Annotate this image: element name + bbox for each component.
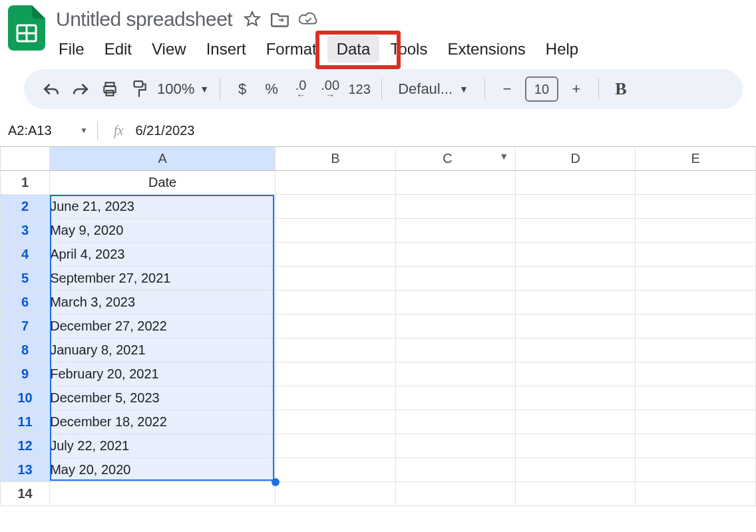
- cell[interactable]: January 8, 2021: [50, 338, 276, 362]
- decrease-font-size-button[interactable]: −: [496, 77, 518, 101]
- cell[interactable]: [516, 291, 636, 315]
- cell[interactable]: [395, 267, 515, 291]
- select-all-corner[interactable]: [1, 147, 50, 171]
- row-header[interactable]: 4: [1, 243, 50, 267]
- doc-title[interactable]: Untitled spreadsheet: [55, 7, 234, 32]
- cell[interactable]: [50, 482, 276, 506]
- font-family-dropdown[interactable]: Defaul... ▼: [393, 80, 474, 98]
- cell[interactable]: [516, 243, 636, 267]
- col-header-D[interactable]: D: [516, 147, 636, 171]
- format-percent-button[interactable]: %: [260, 77, 283, 101]
- redo-button[interactable]: [69, 77, 92, 101]
- undo-button[interactable]: [40, 77, 63, 101]
- star-icon[interactable]: [243, 10, 262, 29]
- cell[interactable]: [636, 386, 756, 410]
- cell[interactable]: [516, 362, 636, 386]
- menu-insert[interactable]: Insert: [197, 36, 256, 63]
- cell[interactable]: [516, 410, 636, 434]
- cell[interactable]: Date: [50, 171, 276, 195]
- increase-decimal-button[interactable]: .00 →: [319, 77, 341, 101]
- cell[interactable]: [276, 171, 395, 195]
- row-header[interactable]: 8: [1, 338, 50, 362]
- cell[interactable]: [636, 410, 756, 434]
- cell[interactable]: [276, 362, 395, 386]
- row-header[interactable]: 10: [1, 386, 50, 410]
- cell[interactable]: [276, 267, 395, 291]
- cell[interactable]: [276, 482, 395, 506]
- row-header[interactable]: 11: [1, 410, 50, 434]
- cell[interactable]: [276, 338, 395, 362]
- format-currency-button[interactable]: $: [231, 77, 254, 101]
- row-header[interactable]: 2: [1, 195, 50, 219]
- menu-file[interactable]: File: [49, 36, 94, 63]
- row-header[interactable]: 3: [1, 219, 50, 243]
- cell[interactable]: [276, 243, 395, 267]
- cloud-saved-icon[interactable]: [299, 10, 317, 29]
- cell[interactable]: [516, 267, 636, 291]
- cell[interactable]: [516, 195, 636, 219]
- paint-format-button[interactable]: [128, 77, 150, 101]
- bold-button[interactable]: B: [610, 77, 632, 101]
- sheets-logo[interactable]: [8, 5, 45, 51]
- cell[interactable]: June 21, 2023: [50, 195, 276, 219]
- cell[interactable]: [636, 458, 756, 482]
- row-header[interactable]: 9: [1, 362, 50, 386]
- cell[interactable]: [636, 219, 756, 243]
- row-header[interactable]: 12: [1, 434, 50, 458]
- col-header-C[interactable]: C▼: [395, 147, 515, 171]
- cell[interactable]: [636, 195, 756, 219]
- menu-tools[interactable]: Tools: [381, 36, 437, 63]
- cell[interactable]: [276, 434, 395, 458]
- cell[interactable]: [395, 338, 515, 362]
- cell[interactable]: [395, 458, 515, 482]
- decrease-decimal-button[interactable]: .0 ←: [289, 77, 312, 101]
- col-header-A[interactable]: A: [50, 147, 276, 171]
- cell[interactable]: [516, 434, 636, 458]
- row-header[interactable]: 6: [1, 291, 50, 315]
- cell[interactable]: [636, 434, 756, 458]
- cell[interactable]: [276, 410, 395, 434]
- cell[interactable]: [395, 410, 515, 434]
- cell[interactable]: September 27, 2021: [50, 267, 276, 291]
- cell[interactable]: May 9, 2020: [50, 219, 276, 243]
- cell[interactable]: [636, 243, 756, 267]
- cell[interactable]: February 20, 2021: [50, 362, 276, 386]
- cell[interactable]: December 27, 2022: [50, 315, 276, 338]
- cell[interactable]: [516, 458, 636, 482]
- cell[interactable]: [395, 362, 515, 386]
- row-header[interactable]: 1: [1, 171, 50, 195]
- cell[interactable]: April 4, 2023: [50, 243, 276, 267]
- cell[interactable]: [636, 338, 756, 362]
- cell[interactable]: [636, 362, 756, 386]
- cell[interactable]: [276, 195, 395, 219]
- cell[interactable]: [516, 338, 636, 362]
- cell[interactable]: [395, 482, 515, 506]
- cell[interactable]: [276, 315, 395, 338]
- cell[interactable]: [395, 291, 515, 315]
- name-box[interactable]: A2:A13 ▼: [8, 123, 88, 138]
- zoom-dropdown[interactable]: 100% ▼: [157, 80, 209, 98]
- menu-edit[interactable]: Edit: [95, 36, 141, 63]
- menu-view[interactable]: View: [142, 36, 196, 63]
- row-header[interactable]: 7: [1, 315, 50, 338]
- cell[interactable]: [276, 291, 395, 315]
- col-header-B[interactable]: B: [276, 147, 395, 171]
- cell[interactable]: [276, 386, 395, 410]
- row-header[interactable]: 14: [1, 482, 50, 506]
- print-button[interactable]: [98, 77, 121, 101]
- cell[interactable]: December 18, 2022: [50, 410, 276, 434]
- cell[interactable]: [636, 267, 756, 291]
- formula-bar[interactable]: 6/21/2023: [135, 123, 194, 138]
- cell[interactable]: [516, 171, 636, 195]
- cell[interactable]: [636, 315, 756, 338]
- cell[interactable]: May 20, 2020: [50, 458, 276, 482]
- font-size-input[interactable]: 10: [525, 76, 558, 102]
- cell[interactable]: [395, 315, 515, 338]
- cell[interactable]: [395, 434, 515, 458]
- cell[interactable]: [395, 386, 515, 410]
- cell[interactable]: [395, 171, 515, 195]
- col-header-E[interactable]: E: [636, 147, 756, 171]
- menu-help[interactable]: Help: [536, 36, 588, 63]
- cell[interactable]: [516, 315, 636, 338]
- cell[interactable]: December 5, 2023: [50, 386, 276, 410]
